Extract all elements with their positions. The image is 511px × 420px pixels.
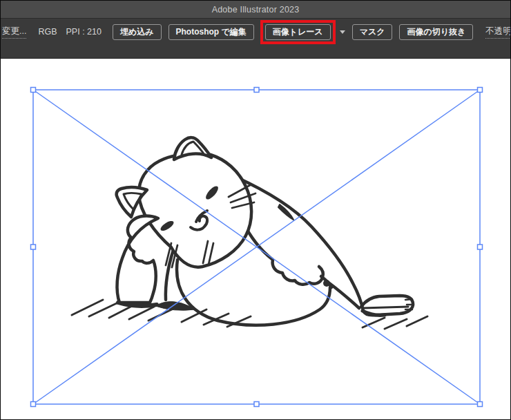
edit-in-photoshop-button[interactable]: Photoshop で編集 [168, 24, 254, 40]
image-trace-button[interactable]: 画像トレース [265, 24, 331, 40]
selection-handle-nw[interactable] [31, 88, 36, 93]
image-trace-highlight-box: 画像トレース [260, 20, 336, 44]
selection-overlay [31, 88, 483, 407]
selection-handle-n[interactable] [254, 88, 259, 93]
cat-illustration[interactable] [72, 137, 427, 329]
selection-handle-se[interactable] [478, 402, 483, 407]
embed-button[interactable]: 埋め込み [113, 24, 162, 40]
control-bar: 変更... RGB PPI : 210 埋め込み Photoshop で編集 画… [1, 19, 510, 59]
illustrator-window: Adobe Illustrator 2023 変更... RGB PPI : 2… [0, 0, 511, 420]
selection-handle-s[interactable] [254, 402, 259, 407]
opacity-label[interactable]: 不透明度 : [485, 26, 510, 39]
title-bar: Adobe Illustrator 2023 [1, 1, 510, 19]
ppi-label: PPI : 210 [66, 27, 102, 37]
selection-handle-w[interactable] [31, 245, 36, 249]
artboard-canvas[interactable] [1, 59, 510, 419]
mask-button[interactable]: マスク [352, 24, 393, 40]
chevron-down-icon[interactable] [340, 30, 345, 34]
crop-image-button[interactable]: 画像の切り抜き [399, 24, 473, 40]
selection-handle-sw[interactable] [31, 402, 36, 407]
change-link[interactable]: 変更... [2, 26, 26, 39]
selection-handle-e[interactable] [478, 245, 483, 249]
window-title: Adobe Illustrator 2023 [212, 5, 300, 15]
selection-handle-ne[interactable] [478, 88, 483, 93]
color-mode-label: RGB [38, 27, 57, 37]
